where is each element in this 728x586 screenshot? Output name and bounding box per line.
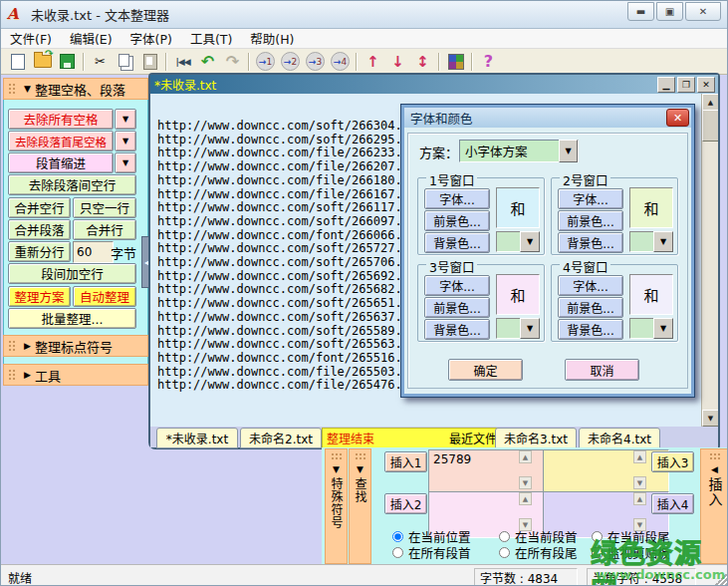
foreground-color-button-3[interactable]: 前景色...: [424, 297, 490, 318]
menu-file[interactable]: 文件(F): [1, 27, 61, 50]
doc-minimize-button[interactable]: ▁: [657, 77, 675, 93]
save-icon[interactable]: [55, 51, 80, 73]
document-title-bar[interactable]: *未收录.txt ▁ ❐ ✕: [150, 75, 718, 94]
special-symbols-strip[interactable]: ▼ 特殊符号: [325, 448, 348, 564]
rewrap-button[interactable]: 重新分行: [8, 241, 71, 262]
dialog-close-icon[interactable]: ✕: [666, 109, 689, 127]
insert-text-2[interactable]: [543, 449, 669, 496]
foreground-color-button-2[interactable]: 前景色...: [558, 210, 623, 231]
scrollbar-thumb[interactable]: [702, 110, 718, 142]
maximize-button[interactable]: ▣: [656, 2, 683, 21]
scroll-up-icon[interactable]: ▲: [633, 492, 646, 505]
radio-at-all-para-end[interactable]: 在所有段尾: [499, 543, 578, 562]
background-color-button-4[interactable]: 背景色...: [558, 319, 623, 340]
indent-first-line-dropdown[interactable]: ▼: [115, 152, 136, 173]
drag-grip[interactable]: [8, 83, 17, 96]
font-button-1[interactable]: 字体...: [424, 188, 490, 209]
scroll-up-icon[interactable]: ▲: [519, 450, 532, 463]
drag-grip[interactable]: [355, 452, 365, 461]
menu-edit[interactable]: 编辑(E): [61, 27, 121, 50]
open-file-icon[interactable]: [30, 51, 55, 73]
new-file-icon[interactable]: [5, 51, 30, 73]
tab-doc-3[interactable]: 未命名3.txt: [495, 428, 577, 448]
scroll-up-icon[interactable]: ▲: [633, 450, 646, 463]
sidebar-section-tools[interactable]: ▶ 工具: [3, 364, 148, 386]
foreground-color-button-1[interactable]: 前景色...: [424, 210, 490, 231]
editor-vertical-scrollbar[interactable]: ▲ ▼: [701, 94, 718, 427]
remove-para-edge-spaces-button[interactable]: 去除段落首尾空格: [8, 131, 114, 151]
drag-grip[interactable]: [331, 452, 342, 461]
scroll-down-icon[interactable]: ▼: [519, 476, 532, 489]
scheme-combobox[interactable]: 小字体方案 ▼: [459, 140, 579, 162]
batch-tidy-button[interactable]: 批量整理...: [8, 308, 136, 329]
paste-icon[interactable]: [137, 51, 162, 73]
scroll-down-icon[interactable]: ▼: [702, 410, 718, 427]
menu-help[interactable]: 帮助(H): [241, 27, 303, 50]
help-icon[interactable]: ?: [476, 51, 501, 73]
move-up-icon[interactable]: ↑: [361, 51, 385, 73]
minimize-button[interactable]: ▬: [627, 2, 654, 21]
insert-1-button[interactable]: 插入1: [384, 451, 427, 472]
font-button-3[interactable]: 字体...: [424, 275, 490, 296]
dialog-title-bar[interactable]: 字体和颜色: [404, 108, 691, 128]
font-button-2[interactable]: 字体...: [558, 188, 623, 209]
keep-one-blank-button[interactable]: 只空一行: [73, 197, 136, 218]
auto-tidy-button[interactable]: 自动整理: [73, 286, 136, 307]
redo-icon[interactable]: ↷: [220, 51, 245, 73]
mini-scrollbar[interactable]: ▲▼: [519, 450, 532, 489]
undo-icon[interactable]: ↶: [195, 51, 220, 73]
insert-4-button[interactable]: 插入4: [651, 493, 694, 514]
scheme-button[interactable]: 整理方案: [8, 286, 71, 307]
remove-all-spaces-button[interactable]: 去除所有空格: [8, 109, 114, 130]
doc-close-button[interactable]: ✕: [697, 77, 715, 93]
find-strip[interactable]: ▼ 查找: [349, 448, 371, 564]
mini-scrollbar[interactable]: ▲▼: [633, 450, 646, 489]
mini-scrollbar[interactable]: ▲▼: [519, 492, 532, 531]
remove-all-spaces-dropdown[interactable]: ▼: [115, 109, 136, 130]
doc-restore-button[interactable]: ❐: [677, 77, 695, 93]
goto-window-1-icon[interactable]: →1: [253, 51, 278, 73]
scroll-up-icon[interactable]: ▲: [519, 492, 532, 505]
cut-icon[interactable]: ✂: [88, 51, 113, 73]
move-swap-icon[interactable]: ↕: [410, 51, 435, 73]
go-first-icon[interactable]: |◀◀: [170, 51, 195, 73]
scroll-up-icon[interactable]: ▲: [702, 94, 718, 111]
close-button[interactable]: ✕: [685, 2, 721, 21]
goto-window-2-icon[interactable]: →2: [278, 51, 303, 73]
indent-first-line-button[interactable]: 段首缩进: [8, 152, 114, 173]
title-bar[interactable]: A 未收录.txt - 文本整理器 ▬ ▣ ✕: [1, 1, 728, 29]
move-down-icon[interactable]: ↓: [385, 51, 410, 73]
scroll-down-icon[interactable]: ▼: [633, 476, 646, 489]
bg-color-dropdown-4[interactable]: ▼: [653, 318, 673, 339]
recent-files-label[interactable]: 最近文件: [449, 430, 497, 446]
goto-window-3-icon[interactable]: →3: [303, 51, 328, 73]
ok-button[interactable]: 确定: [448, 359, 523, 381]
insert-3-button[interactable]: 插入3: [651, 451, 694, 472]
goto-window-4-icon[interactable]: →4: [328, 51, 353, 73]
tab-doc-1[interactable]: *未收录.txt: [156, 428, 238, 448]
bg-color-dropdown-2[interactable]: ▼: [653, 231, 673, 252]
merge-paragraphs-button[interactable]: 合并段落: [8, 219, 71, 240]
background-color-button-2[interactable]: 背景色...: [558, 232, 623, 253]
mini-scrollbar[interactable]: ▲▼: [633, 492, 646, 531]
chevron-down-icon[interactable]: ▼: [559, 140, 578, 162]
bytes-input[interactable]: [73, 241, 114, 263]
sidebar-section-spaces[interactable]: ▼ 整理空格、段落: [3, 78, 148, 100]
copy-icon[interactable]: [113, 51, 137, 73]
cancel-button[interactable]: 取消: [565, 359, 639, 381]
drag-grip[interactable]: [8, 340, 17, 353]
drag-grip[interactable]: [709, 452, 720, 461]
tile-windows-icon[interactable]: [443, 51, 468, 73]
add-blank-between-button[interactable]: 段间加空行: [8, 263, 136, 284]
merge-lines-button[interactable]: 合并行: [73, 219, 136, 240]
checkbox-watch-clipboard[interactable]: 监视剪贴板: [592, 543, 670, 562]
tab-doc-2[interactable]: 未命名2.txt: [240, 428, 322, 448]
radio-at-all-para-start[interactable]: 在所有段首: [392, 543, 471, 562]
menu-tools[interactable]: 工具(T): [181, 27, 241, 50]
background-color-button-1[interactable]: 背景色...: [424, 232, 490, 253]
insert-strip[interactable]: ◀ 插入: [700, 448, 728, 564]
merge-blank-lines-button[interactable]: 合并空行: [8, 197, 71, 218]
remove-blank-between-para-button[interactable]: 去除段落间空行: [8, 174, 136, 195]
foreground-color-button-4[interactable]: 前景色...: [558, 297, 623, 318]
resize-grip[interactable]: [715, 573, 727, 585]
